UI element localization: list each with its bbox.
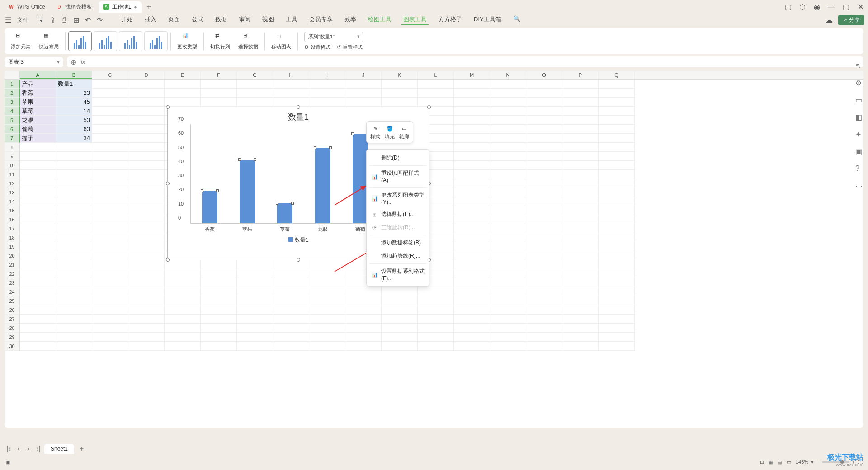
col-F[interactable]: F <box>201 70 237 79</box>
cell[interactable] <box>526 315 562 324</box>
cell[interactable] <box>309 269 345 278</box>
cell[interactable] <box>165 315 201 324</box>
cell[interactable] <box>599 161 635 170</box>
cell[interactable] <box>526 188 562 197</box>
sheet-nav-next[interactable]: › <box>24 445 33 453</box>
tab-data[interactable]: 数据 <box>213 14 229 25</box>
cell[interactable] <box>128 260 165 269</box>
close-button[interactable]: ✕ <box>856 3 864 11</box>
style-dropdown[interactable]: ✎样式 <box>370 124 380 140</box>
cell[interactable] <box>56 278 92 287</box>
cell[interactable] <box>562 134 599 143</box>
cell[interactable] <box>56 143 92 152</box>
cell[interactable] <box>237 269 273 278</box>
cell[interactable]: 草莓 <box>20 107 56 116</box>
cell[interactable] <box>526 197 562 206</box>
print-preview-icon[interactable]: ⊞ <box>71 15 80 24</box>
cell[interactable] <box>454 333 490 342</box>
cell[interactable] <box>562 324 599 333</box>
hamburger-icon[interactable]: ☰ <box>4 15 13 24</box>
row-header[interactable]: 13 <box>5 188 20 197</box>
cell[interactable] <box>454 215 490 224</box>
reset-style-button[interactable]: ↺ 重置样式 <box>337 44 363 51</box>
cell[interactable] <box>237 287 273 296</box>
undo-icon[interactable]: ↶ <box>83 15 92 24</box>
row-header[interactable]: 15 <box>5 206 20 215</box>
cell[interactable] <box>454 98 490 107</box>
cell[interactable] <box>128 342 165 351</box>
row-header[interactable]: 1 <box>5 80 20 89</box>
cell[interactable] <box>92 306 128 315</box>
cell[interactable] <box>599 107 635 116</box>
sheet-nav-first[interactable]: |‹ <box>5 445 13 453</box>
tab-review[interactable]: 审阅 <box>237 14 252 25</box>
cell[interactable] <box>128 143 165 152</box>
cell[interactable] <box>237 306 273 315</box>
row-header[interactable]: 25 <box>5 296 20 306</box>
cell[interactable] <box>526 89 562 98</box>
minimize-button[interactable]: — <box>827 3 835 11</box>
cell[interactable] <box>382 98 418 107</box>
cell[interactable] <box>345 98 382 107</box>
cell[interactable] <box>382 324 418 333</box>
cell[interactable] <box>273 260 309 269</box>
row-header[interactable]: 23 <box>5 278 20 287</box>
cell[interactable] <box>490 233 526 242</box>
cm-format-series[interactable]: 📊设置数据系列格式(F)... <box>367 265 429 284</box>
cell[interactable] <box>20 269 56 278</box>
cell[interactable] <box>20 242 56 251</box>
cell[interactable] <box>56 179 92 188</box>
cell[interactable] <box>345 342 382 351</box>
cell[interactable]: 14 <box>56 107 92 116</box>
cell[interactable] <box>490 324 526 333</box>
app-tab-workbook[interactable]: S 工作簿1 ● <box>99 1 142 13</box>
cell[interactable] <box>56 152 92 161</box>
col-Q[interactable]: Q <box>599 70 635 79</box>
cell[interactable] <box>92 215 128 224</box>
quick-layout-button[interactable]: ▦ 快速布局 <box>35 32 62 51</box>
cell[interactable] <box>382 80 418 89</box>
resize-handle[interactable] <box>297 105 300 109</box>
cell[interactable] <box>128 134 165 143</box>
cell[interactable] <box>599 215 635 224</box>
cell[interactable] <box>237 296 273 306</box>
cell[interactable] <box>273 287 309 296</box>
cell[interactable] <box>490 143 526 152</box>
cell[interactable] <box>454 152 490 161</box>
cell[interactable]: 产品 <box>20 80 56 89</box>
cell[interactable] <box>454 296 490 306</box>
cell[interactable] <box>56 306 92 315</box>
col-A[interactable]: A <box>20 70 56 79</box>
cell[interactable] <box>454 143 490 152</box>
resize-handle[interactable] <box>166 182 170 185</box>
cell[interactable] <box>56 260 92 269</box>
cell[interactable] <box>599 125 635 134</box>
cell[interactable] <box>526 251 562 260</box>
cell[interactable] <box>526 215 562 224</box>
row-header[interactable]: 16 <box>5 215 20 224</box>
cell[interactable] <box>56 224 92 233</box>
cell[interactable] <box>454 197 490 206</box>
cell[interactable] <box>562 170 599 179</box>
cell[interactable] <box>128 98 165 107</box>
cell[interactable] <box>92 116 128 125</box>
cell[interactable] <box>273 306 309 315</box>
cell[interactable] <box>599 278 635 287</box>
cell[interactable] <box>92 233 128 242</box>
cell[interactable] <box>454 134 490 143</box>
cell[interactable] <box>56 206 92 215</box>
cell[interactable] <box>345 333 382 342</box>
cell[interactable] <box>20 143 56 152</box>
cell[interactable] <box>418 306 454 315</box>
cell[interactable] <box>418 80 454 89</box>
share-button[interactable]: ↗ 分享 <box>838 15 864 25</box>
cell[interactable] <box>309 306 345 315</box>
tab-home[interactable]: 开始 <box>119 14 135 25</box>
cell[interactable] <box>273 296 309 306</box>
cell[interactable] <box>128 269 165 278</box>
cell[interactable] <box>273 98 309 107</box>
row-header[interactable]: 18 <box>5 233 20 242</box>
cell[interactable] <box>562 260 599 269</box>
cell[interactable] <box>418 333 454 342</box>
cell[interactable] <box>490 260 526 269</box>
